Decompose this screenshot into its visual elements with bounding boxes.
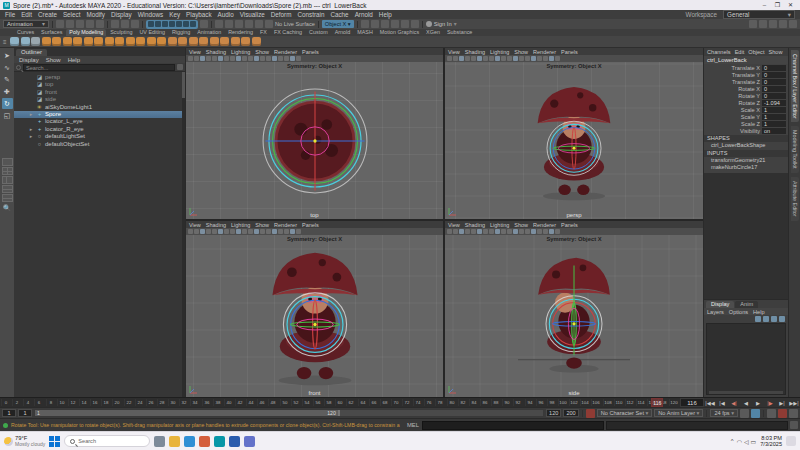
channel-label[interactable]: Scale X bbox=[741, 107, 760, 113]
menu-item[interactable]: Edit bbox=[21, 11, 32, 18]
menu-item[interactable]: Create bbox=[38, 11, 57, 18]
channel-value-field[interactable]: 0 bbox=[762, 86, 786, 92]
channel-value-field[interactable]: 0 bbox=[762, 93, 786, 99]
layer-editor-icon[interactable] bbox=[771, 316, 777, 322]
tray-chevron-icon[interactable]: ^ bbox=[731, 438, 734, 444]
menu-item[interactable]: Display bbox=[111, 11, 132, 18]
shelf-tab[interactable]: Motion Graphics bbox=[377, 29, 422, 36]
start-button[interactable] bbox=[49, 436, 60, 447]
viewport-toolbar-icon[interactable] bbox=[555, 56, 560, 61]
panel-toggle-icon[interactable] bbox=[779, 20, 787, 28]
channel-box-menu-item[interactable]: Edit bbox=[735, 49, 745, 55]
channel-value-field[interactable]: -1.094 bbox=[762, 100, 786, 106]
shelf-tab[interactable]: Arnold bbox=[332, 29, 354, 36]
viewport-canvas-front[interactable]: Symmetry: Object X front bbox=[186, 235, 443, 397]
outliner-item[interactable]: ☀ aiSkyDomeLight1 bbox=[14, 104, 185, 111]
anim-start-field[interactable]: 1 bbox=[2, 409, 16, 417]
channel-value-field[interactable]: 1 bbox=[762, 107, 786, 113]
model-side-view[interactable] bbox=[518, 243, 630, 389]
viewport-toolbar-icon[interactable] bbox=[477, 229, 482, 234]
sign-in-button[interactable]: Sign In bbox=[426, 21, 457, 27]
layer-editor-icon[interactable] bbox=[755, 316, 761, 322]
viewport-toolbar-icon[interactable] bbox=[188, 229, 193, 234]
viewport-toolbar-icon[interactable] bbox=[531, 229, 536, 234]
viewport-toolbar-icon[interactable] bbox=[266, 56, 271, 61]
viewport-toolbar-icon[interactable] bbox=[537, 229, 542, 234]
shelf-button[interactable] bbox=[115, 37, 124, 46]
anim-layer-selector[interactable]: No Anim Layer bbox=[654, 409, 703, 417]
channel-value-field[interactable]: 0 bbox=[762, 79, 786, 85]
viewport-menu-item[interactable]: Lighting bbox=[231, 49, 250, 55]
channel-value-field[interactable]: on bbox=[762, 128, 786, 134]
animation-preferences-icon[interactable] bbox=[789, 409, 798, 418]
selection-mask-icon[interactable] bbox=[162, 21, 168, 27]
shelf-button[interactable] bbox=[105, 37, 114, 46]
viewport-menu-item[interactable]: Show bbox=[255, 222, 269, 228]
viewport-toolbar-icon[interactable] bbox=[495, 229, 500, 234]
viewport-toolbar-icon[interactable] bbox=[212, 229, 217, 234]
viewport-toolbar-icon[interactable] bbox=[513, 229, 518, 234]
outliner-item[interactable]: ○ defaultObjectSet bbox=[14, 141, 185, 148]
viewport-toolbar-icon[interactable] bbox=[290, 56, 295, 61]
viewport-toolbar-icon[interactable] bbox=[459, 56, 464, 61]
layer-editor-tab[interactable]: Display bbox=[706, 301, 734, 308]
viewport-toolbar-icon[interactable] bbox=[266, 229, 271, 234]
viewport-toolbar-icon[interactable] bbox=[543, 229, 548, 234]
outliner-item[interactable]: + locator_L_eye bbox=[14, 118, 185, 125]
lock-selection-icon[interactable] bbox=[200, 20, 208, 28]
outliner-item[interactable]: ▸ ○ defaultLightSet bbox=[14, 133, 185, 140]
viewport-toolbar-icon[interactable] bbox=[230, 56, 235, 61]
viewport-toolbar-icon[interactable] bbox=[284, 229, 289, 234]
selection-mask-icon[interactable] bbox=[169, 21, 175, 27]
input-node-item[interactable]: transformGeometry21 bbox=[704, 157, 788, 164]
tool-button[interactable]: ➤ bbox=[2, 50, 13, 61]
transport-button[interactable]: |◀◀ bbox=[704, 398, 716, 408]
layer-list-scrollbar[interactable] bbox=[709, 391, 783, 394]
shelf-button[interactable] bbox=[220, 37, 229, 46]
viewport-toolbar-icon[interactable] bbox=[260, 56, 265, 61]
taskbar-app-icon[interactable] bbox=[169, 436, 180, 447]
viewport-toolbar-icon[interactable] bbox=[224, 56, 229, 61]
shelf-button[interactable] bbox=[73, 37, 82, 46]
character-set-selector[interactable]: No Character Set bbox=[597, 409, 653, 417]
viewport-toolbar-icon[interactable] bbox=[465, 56, 470, 61]
viewport-toolbar-icon[interactable] bbox=[513, 56, 518, 61]
shelf-tab[interactable]: Curves bbox=[14, 29, 37, 36]
menu-item[interactable]: Select bbox=[63, 11, 81, 18]
shelf-tab[interactable]: UV Editing bbox=[136, 29, 167, 36]
layout-button[interactable] bbox=[2, 194, 13, 202]
viewport-menu-item[interactable]: Show bbox=[514, 49, 528, 55]
viewport-toolbar-icon[interactable] bbox=[549, 229, 554, 234]
anim-end-field[interactable]: 200 bbox=[563, 409, 578, 417]
viewport-menu-item[interactable]: View bbox=[189, 222, 201, 228]
taskbar-clock[interactable]: 8:03 PM 7/3/2025 bbox=[760, 435, 782, 448]
viewport-toolbar-icon[interactable] bbox=[260, 229, 265, 234]
channel-label[interactable]: Scale Y bbox=[741, 114, 760, 120]
viewport-menu-item[interactable]: Shading bbox=[206, 49, 226, 55]
current-frame-field[interactable]: 116 bbox=[680, 398, 704, 407]
panel-toggle-icon[interactable] bbox=[769, 20, 777, 28]
menu-item[interactable]: Arnold bbox=[355, 11, 373, 18]
layer-editor-menu-item[interactable]: Layers bbox=[707, 309, 724, 315]
outliner-menu-item[interactable]: Display bbox=[19, 57, 39, 63]
selection-mask-group[interactable] bbox=[146, 20, 198, 29]
viewport-canvas-top[interactable]: Symmetry: Object X top bbox=[186, 62, 443, 219]
outliner-item[interactable]: ◪ persp bbox=[14, 74, 185, 81]
tool-button[interactable]: ✚ bbox=[2, 86, 13, 97]
taskbar-app-icon[interactable] bbox=[244, 436, 255, 447]
script-editor-icon[interactable] bbox=[790, 421, 798, 429]
shelf-button[interactable] bbox=[252, 37, 261, 46]
shelf-button[interactable] bbox=[241, 37, 250, 46]
symmetry-selector[interactable]: Object X bbox=[322, 20, 354, 28]
range-slider-highlight[interactable]: 1 120 bbox=[35, 410, 340, 416]
selection-mode-icon[interactable] bbox=[111, 20, 119, 28]
shelf-button[interactable] bbox=[231, 37, 240, 46]
selection-mask-icon[interactable] bbox=[148, 21, 154, 27]
channel-value-field[interactable]: 0 bbox=[762, 65, 786, 71]
expand-arrow-icon[interactable]: ▸ bbox=[28, 126, 34, 133]
shelf-tab[interactable]: MASH bbox=[354, 29, 376, 36]
notification-center-icon[interactable] bbox=[786, 436, 796, 446]
taskbar-search[interactable]: Search bbox=[64, 435, 150, 447]
window-control-button[interactable]: ❐ bbox=[771, 0, 784, 10]
set-key-icon[interactable] bbox=[586, 409, 595, 418]
